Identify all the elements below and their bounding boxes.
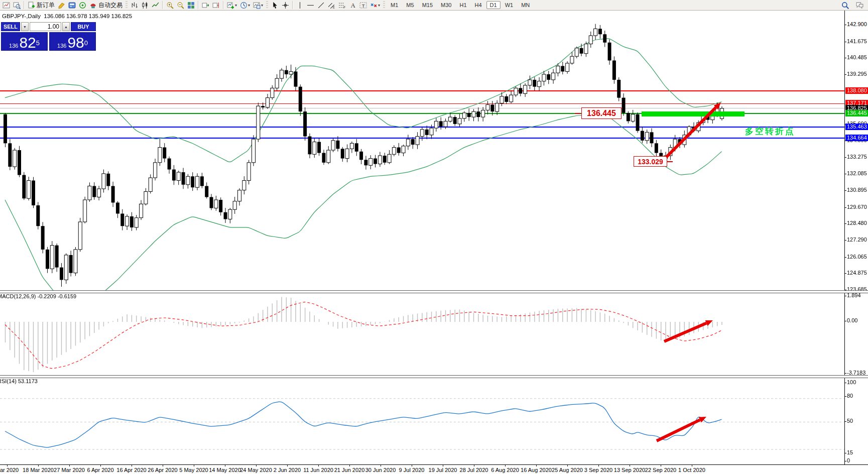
- date-tick: [598, 465, 599, 466]
- sell-button[interactable]: SELL: [1, 22, 20, 31]
- metaeditor-icon[interactable]: [56, 1, 67, 10]
- candle-chart-icon[interactable]: [140, 1, 150, 10]
- new-order-button[interactable]: 新订单: [26, 1, 56, 10]
- chevron-down-icon: ▾: [235, 3, 237, 8]
- channel-icon[interactable]: E: [326, 1, 337, 10]
- volume-increase-button[interactable]: ▲: [62, 22, 70, 31]
- timeframe-button-m30[interactable]: M30: [437, 1, 455, 9]
- date-label: 19 Jul 2020: [429, 467, 457, 473]
- rsi-axis-label: 0: [847, 457, 850, 463]
- volume-input[interactable]: [30, 23, 61, 31]
- macd-pane[interactable]: MACD(12,26,9) -0.2209 -0.6159: [0, 292, 868, 375]
- date-tick: [100, 465, 101, 466]
- trend-arrow[interactable]: [0, 11, 844, 291]
- date-tick: [69, 465, 70, 466]
- date-tick: [630, 465, 630, 466]
- price-chart-pane[interactable]: GBPJPY-,Daily 136.086 136.978 135.949 13…: [0, 11, 868, 291]
- rsi-pane[interactable]: RSI(14) 53.1173: [0, 377, 868, 464]
- timeframe-button-d1[interactable]: D1: [486, 1, 501, 9]
- signal-icon[interactable]: [77, 1, 88, 10]
- svg-text:T: T: [362, 3, 365, 8]
- indicators-icon[interactable]: ▾: [225, 1, 238, 10]
- volume-decrease-button[interactable]: ▼: [21, 22, 29, 31]
- chevron-down-icon: ▾: [261, 3, 263, 8]
- auto-scroll-icon[interactable]: [200, 1, 211, 10]
- toolbar-separator: [162, 1, 163, 9]
- shapes-icon[interactable]: ▾: [368, 1, 382, 10]
- date-tick: [567, 465, 568, 466]
- price-tick-label: 124.875: [847, 270, 867, 276]
- horizontal-line-icon[interactable]: [305, 1, 316, 10]
- line-chart-icon[interactable]: [150, 1, 161, 10]
- timeframe-button-m5[interactable]: M5: [403, 1, 417, 9]
- price-axis-border: [844, 11, 845, 464]
- sell-price-figure: 136: [9, 42, 18, 49]
- trend-arrow[interactable]: [0, 292, 844, 375]
- date-tick: [692, 465, 692, 466]
- search-icon[interactable]: [840, 1, 850, 10]
- pane-splitter-2[interactable]: [0, 375, 868, 378]
- svg-text:F: F: [343, 6, 345, 9]
- timeframe-button-h4[interactable]: H4: [471, 1, 485, 9]
- timeframe-button-m15[interactable]: M15: [419, 1, 436, 9]
- date-tick: [474, 465, 474, 466]
- trendline-icon[interactable]: [316, 1, 326, 10]
- pane-splitter[interactable]: [0, 290, 868, 293]
- date-label: 13 Sep 2020: [614, 467, 645, 473]
- date-label: 16 Apr 2020: [116, 467, 146, 473]
- price-tick-label: 139.295: [847, 71, 867, 77]
- profiles-icon[interactable]: [12, 1, 22, 10]
- rsi-axis-label: 50: [847, 418, 853, 424]
- date-label: 26 Apr 2020: [148, 467, 177, 473]
- timeframe-button-mn[interactable]: MN: [518, 1, 533, 9]
- timeframe-button-h1[interactable]: H1: [456, 1, 470, 9]
- cursor-icon[interactable]: [270, 1, 280, 10]
- date-tick: [38, 465, 39, 466]
- vertical-line-icon[interactable]: [295, 1, 305, 10]
- timeframe-button-w1[interactable]: W1: [502, 1, 517, 9]
- zoom-in-icon[interactable]: [165, 1, 175, 10]
- timeframe-button-m1[interactable]: M1: [387, 1, 402, 9]
- toolbar-separator: [223, 1, 224, 9]
- templates-icon[interactable]: ▾: [252, 1, 265, 10]
- new-order-button-label: 新订单: [37, 1, 55, 10]
- price-tick-label: 126.065: [847, 254, 867, 260]
- crosshair-icon[interactable]: [280, 1, 291, 10]
- text-icon[interactable]: A: [347, 1, 358, 10]
- date-label: 18 Mar 2020: [23, 467, 54, 473]
- date-tick: [256, 465, 257, 466]
- date-label: 22 Sep 2020: [645, 467, 676, 473]
- date-label: 27 Mar 2020: [54, 467, 85, 473]
- date-tick: [287, 465, 288, 466]
- tile-windows-icon[interactable]: [186, 1, 196, 10]
- terminal-icon[interactable]: [67, 1, 77, 10]
- svg-text:E: E: [333, 6, 335, 9]
- price-tick-label: 128.480: [847, 220, 867, 226]
- text-label-icon[interactable]: T: [358, 1, 368, 10]
- main-toolbar: 新订单自动交易▾▾▾EFAT▾M1M5M15M30H1H4D1W1MN: [0, 0, 868, 11]
- bar-chart-icon[interactable]: [129, 1, 140, 10]
- date-tick: [661, 465, 661, 466]
- svg-text:A: A: [350, 2, 355, 9]
- date-label: 2 Jun 2020: [274, 467, 301, 473]
- autotrading-button[interactable]: 自动交易: [88, 1, 124, 10]
- fibonacci-icon[interactable]: F: [337, 1, 347, 10]
- toolbar-separator: [198, 1, 199, 9]
- new-chart-icon[interactable]: [1, 1, 12, 10]
- date-label: 6 Apr 2020: [87, 467, 113, 473]
- periods-icon[interactable]: ▾: [238, 1, 252, 10]
- date-tick: [536, 465, 537, 466]
- buy-button[interactable]: BUY: [71, 22, 96, 31]
- time-axis[interactable]: Mar 202018 Mar 202027 Mar 20206 Apr 2020…: [0, 464, 868, 474]
- chart-shift-icon[interactable]: [211, 1, 221, 10]
- price-tick-label: 142.900: [847, 21, 867, 27]
- macd-axis-label: 0.00: [847, 317, 857, 323]
- date-label: 5 May 2020: [179, 467, 208, 473]
- chevron-down-icon: ▾: [378, 3, 380, 8]
- zoom-out-icon[interactable]: [175, 1, 186, 10]
- sell-price-display[interactable]: 136825: [1, 32, 48, 51]
- price-tick-label: 130.895: [847, 187, 867, 193]
- trend-arrow[interactable]: [0, 377, 844, 464]
- buy-price-display[interactable]: 136980: [49, 32, 96, 51]
- community-icon[interactable]: [854, 1, 865, 10]
